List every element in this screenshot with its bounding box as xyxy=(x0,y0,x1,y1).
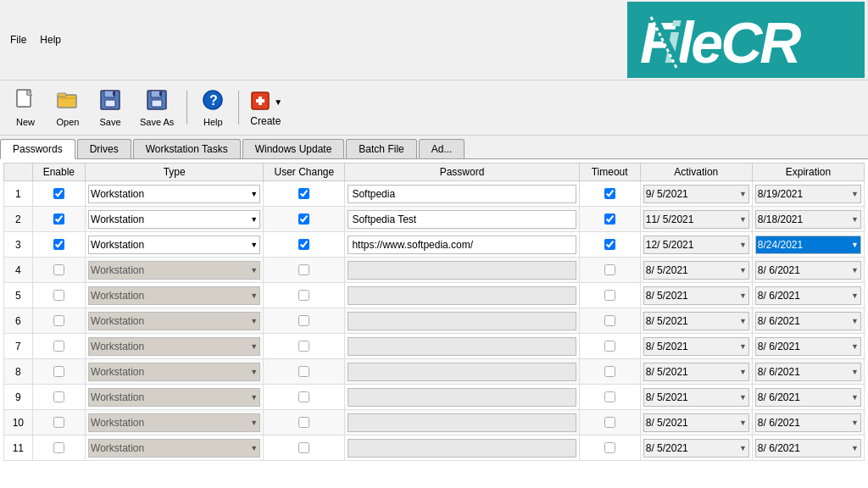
enable-checkbox[interactable] xyxy=(53,214,64,225)
password-input[interactable] xyxy=(348,439,576,458)
help-button[interactable]: ? Help xyxy=(192,84,233,131)
enable-checkbox[interactable] xyxy=(53,290,64,301)
timeout-checkbox[interactable] xyxy=(604,188,615,199)
row-expiration[interactable]: 8/ 6/2021 ▼ xyxy=(752,359,864,385)
row-password[interactable] xyxy=(345,258,579,283)
row-type[interactable]: Workstation ▼ xyxy=(86,359,264,385)
row-expiration[interactable]: 8/18/2021 ▼ xyxy=(752,207,864,232)
password-input[interactable] xyxy=(348,388,576,407)
timeout-checkbox[interactable] xyxy=(604,391,615,402)
row-activation[interactable]: 11/ 5/2021 ▼ xyxy=(640,207,752,232)
row-activation[interactable]: 8/ 5/2021 ▼ xyxy=(640,435,752,461)
timeout-checkbox[interactable] xyxy=(604,214,615,225)
row-expiration[interactable]: 8/ 6/2021 ▼ xyxy=(752,334,864,359)
enable-checkbox[interactable] xyxy=(53,391,64,402)
row-type[interactable]: Workstation ▼ xyxy=(86,334,264,359)
userchange-checkbox[interactable] xyxy=(298,214,309,225)
password-input[interactable] xyxy=(348,286,576,305)
enable-checkbox[interactable] xyxy=(53,264,64,275)
row-type[interactable]: Workstation ▼ xyxy=(86,435,264,461)
row-activation[interactable]: 9/ 5/2021 ▼ xyxy=(640,181,752,207)
row-password[interactable] xyxy=(345,308,579,334)
saveas-button[interactable]: ... Save As xyxy=(132,84,181,131)
timeout-checkbox[interactable] xyxy=(604,264,615,275)
menu-file[interactable]: File xyxy=(3,32,33,47)
password-input[interactable] xyxy=(348,363,576,381)
row-password[interactable] xyxy=(345,334,579,359)
tab-ad[interactable]: Ad... xyxy=(419,139,465,158)
timeout-checkbox[interactable] xyxy=(604,417,615,428)
row-type[interactable]: Workstation ▼ xyxy=(86,232,264,258)
tab-batch-file[interactable]: Batch File xyxy=(346,139,416,158)
timeout-checkbox[interactable] xyxy=(604,315,615,326)
row-activation[interactable]: 8/ 5/2021 ▼ xyxy=(640,410,752,435)
enable-checkbox[interactable] xyxy=(53,188,64,199)
new-button[interactable]: New xyxy=(5,84,46,131)
row-expiration[interactable]: 8/24/2021 ▼ xyxy=(752,232,864,258)
row-password[interactable] xyxy=(345,385,579,410)
row-expiration[interactable]: 8/ 6/2021 ▼ xyxy=(752,308,864,334)
row-password[interactable] xyxy=(345,410,579,435)
enable-checkbox[interactable] xyxy=(53,315,64,326)
timeout-checkbox[interactable] xyxy=(604,239,615,250)
row-activation[interactable]: 8/ 5/2021 ▼ xyxy=(640,258,752,283)
timeout-checkbox[interactable] xyxy=(604,341,615,352)
enable-checkbox[interactable] xyxy=(53,417,64,428)
tab-passwords[interactable]: Passwords xyxy=(0,139,75,159)
menu-help[interactable]: Help xyxy=(33,32,68,47)
row-activation[interactable]: 12/ 5/2021 ▼ xyxy=(640,232,752,258)
row-type[interactable]: Workstation ▼ xyxy=(86,283,264,308)
row-password[interactable] xyxy=(345,435,579,461)
enable-checkbox[interactable] xyxy=(53,366,64,377)
row-expiration[interactable]: 8/ 6/2021 ▼ xyxy=(752,258,864,283)
tab-workstation-tasks[interactable]: Workstation Tasks xyxy=(133,139,241,158)
row-password[interactable] xyxy=(345,283,579,308)
enable-checkbox[interactable] xyxy=(53,239,64,250)
open-button[interactable]: Open xyxy=(47,84,88,131)
enable-checkbox[interactable] xyxy=(53,442,64,453)
row-type[interactable]: Workstation ▼ xyxy=(86,308,264,334)
row-expiration[interactable]: 8/19/2021 ▼ xyxy=(752,181,864,207)
row-password[interactable] xyxy=(345,359,579,385)
enable-checkbox[interactable] xyxy=(53,341,64,352)
userchange-checkbox[interactable] xyxy=(298,315,309,326)
userchange-checkbox[interactable] xyxy=(298,366,309,377)
row-activation[interactable]: 8/ 5/2021 ▼ xyxy=(640,308,752,334)
userchange-checkbox[interactable] xyxy=(298,188,309,199)
password-input[interactable] xyxy=(348,413,576,432)
row-type[interactable]: Workstation ▼ xyxy=(86,385,264,410)
row-password[interactable] xyxy=(345,181,579,207)
tab-drives[interactable]: Drives xyxy=(77,139,131,158)
password-input[interactable] xyxy=(348,261,576,280)
userchange-checkbox[interactable] xyxy=(298,264,309,275)
password-input[interactable] xyxy=(348,312,576,330)
row-activation[interactable]: 8/ 5/2021 ▼ xyxy=(640,359,752,385)
save-button[interactable]: Save xyxy=(90,84,131,131)
timeout-checkbox[interactable] xyxy=(604,366,615,377)
userchange-checkbox[interactable] xyxy=(298,290,309,301)
row-type[interactable]: Workstation ▼ xyxy=(86,410,264,435)
row-activation[interactable]: 8/ 5/2021 ▼ xyxy=(640,283,752,308)
row-type[interactable]: Workstation ▼ xyxy=(86,181,264,207)
userchange-checkbox[interactable] xyxy=(298,341,309,352)
password-input[interactable] xyxy=(348,185,576,203)
row-type[interactable]: Workstation ▼ xyxy=(86,258,264,283)
row-activation[interactable]: 8/ 5/2021 ▼ xyxy=(640,385,752,410)
row-password[interactable] xyxy=(345,232,579,258)
row-expiration[interactable]: 8/ 6/2021 ▼ xyxy=(752,435,864,461)
tab-windows-update[interactable]: Windows Update xyxy=(242,139,345,158)
row-expiration[interactable]: 8/ 6/2021 ▼ xyxy=(752,410,864,435)
userchange-checkbox[interactable] xyxy=(298,391,309,402)
row-type[interactable]: Workstation ▼ xyxy=(86,207,264,232)
userchange-checkbox[interactable] xyxy=(298,239,309,250)
row-activation[interactable]: 8/ 5/2021 ▼ xyxy=(640,334,752,359)
password-input[interactable] xyxy=(348,210,576,229)
row-password[interactable] xyxy=(345,207,579,232)
password-input[interactable] xyxy=(348,236,576,254)
row-expiration[interactable]: 8/ 6/2021 ▼ xyxy=(752,385,864,410)
password-input[interactable] xyxy=(348,337,576,356)
timeout-checkbox[interactable] xyxy=(604,290,615,301)
create-button[interactable]: ▼ Create xyxy=(244,85,287,131)
timeout-checkbox[interactable] xyxy=(604,442,615,453)
userchange-checkbox[interactable] xyxy=(298,442,309,453)
